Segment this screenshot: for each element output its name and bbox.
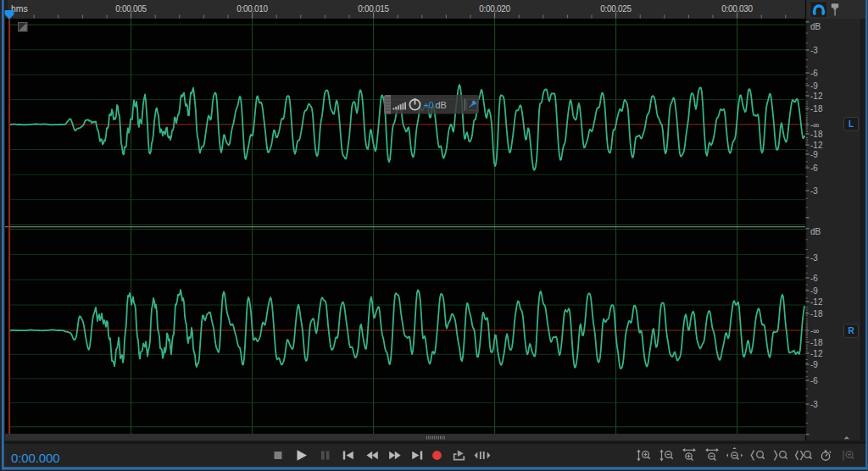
svg-text:-12: -12 [810,297,823,307]
svg-text:dB: dB [436,100,447,110]
svg-text:0:00.005: 0:00.005 [115,4,147,14]
svg-text:-18: -18 [810,104,823,114]
svg-text:-12: -12 [810,349,823,358]
svg-text:-6: -6 [810,274,818,283]
svg-text:-∞: -∞ [810,120,819,130]
svg-text:-18: -18 [810,338,823,347]
svg-text:0:00.010: 0:00.010 [236,4,268,14]
svg-text:-12: -12 [810,141,823,150]
svg-text:-9: -9 [810,81,818,91]
svg-text:L: L [849,119,854,129]
svg-text:-9: -9 [810,286,818,296]
svg-text:0:00.000: 0:00.000 [11,451,60,465]
svg-text:-9: -9 [810,360,818,369]
svg-text:0:00.025: 0:00.025 [600,4,632,14]
svg-text:-18: -18 [810,130,823,139]
svg-text:dB: dB [810,227,821,236]
svg-text:-6: -6 [810,376,818,385]
svg-text:-3: -3 [810,253,818,263]
svg-text:-3: -3 [810,186,818,196]
svg-text:-∞: -∞ [810,326,819,335]
svg-text:-6: -6 [810,69,818,78]
svg-text:-12: -12 [810,91,823,101]
svg-text:-9: -9 [810,150,818,159]
svg-text:0:00.020: 0:00.020 [479,4,510,14]
svg-text:-3: -3 [810,46,818,55]
svg-text:0:00.030: 0:00.030 [721,4,753,14]
svg-text:-18: -18 [810,309,823,319]
svg-text:dB: dB [810,22,821,31]
svg-text:R: R [848,326,854,335]
svg-text:-3: -3 [810,400,818,409]
svg-text:+0: +0 [424,100,434,110]
svg-text:-6: -6 [810,163,818,173]
svg-text:0:00.015: 0:00.015 [358,4,389,14]
